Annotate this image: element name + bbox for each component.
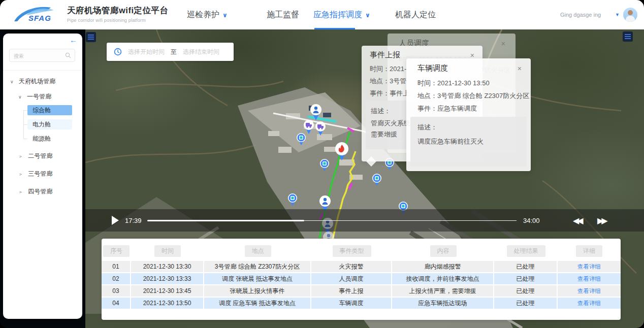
cell-event-type: 车辆调度: [311, 298, 392, 309]
table-row: 04 2021-12-30 13:50 调度 应急车辆 抵达事发地点 车辆调度 …: [102, 298, 621, 309]
view-detail-link[interactable]: 查看详细: [558, 273, 621, 284]
playback-timeline: 17:39 34:00 ◀◀ ▶▶: [85, 209, 644, 232]
tree-connector: [23, 110, 27, 111]
tree-node-corridor-1[interactable]: ∨ 一号管廊: [18, 92, 51, 101]
cell-index: 01: [102, 261, 131, 272]
cell-event-type: 事件上报: [311, 285, 392, 297]
sidebar: ← ∨ 天府机场管廊 ∨ 一号管廊 综合舱 电力舱 能源舱 ＞ 二号管廊: [3, 34, 82, 319]
nav-emergency-dispatch[interactable]: 应急指挥调度∨: [313, 10, 370, 20]
divider: [3, 70, 82, 71]
close-icon[interactable]: ×: [501, 40, 505, 48]
cell-index: 03: [102, 285, 131, 297]
cell-content: 接收调度，并前往事发地点: [392, 273, 494, 284]
chevron-down-icon: ∨: [10, 79, 14, 84]
platform-subtitle: Pipe corridor wifi positioning platform: [67, 18, 169, 23]
table-row: 03 2021-12-30 13:45 张晓晨上报火情事件 事件上报 上报火情严…: [102, 285, 621, 297]
cell-time: 2021-12-30 13:30: [131, 261, 204, 272]
view-detail-link[interactable]: 查看详细: [558, 261, 621, 272]
nav-construction[interactable]: 施工监督: [267, 10, 299, 20]
total-time: 34:00: [523, 217, 540, 224]
nav-inspection[interactable]: 巡检养护∨: [187, 10, 228, 20]
search-icon: [65, 52, 71, 58]
tree-node-root[interactable]: ∨ 天府机场管廊: [10, 77, 55, 86]
cell-result: 已处理: [494, 273, 558, 284]
user-name[interactable]: Ging dgasge ing: [560, 12, 601, 18]
popup-event: 事件：事件上: [370, 89, 409, 98]
cell-content: 上报火情严重，需要增援: [392, 285, 494, 297]
time-separator: 至: [171, 48, 177, 56]
cell-content: 应急车辆抵达现场: [392, 298, 494, 309]
chevron-down-icon: ∨: [18, 94, 22, 100]
header: SFAG 天府机场管廊wifi定位平台 Pipe corridor wifi p…: [0, 0, 644, 29]
map-layers-button[interactable]: [86, 32, 96, 42]
cell-time: 2021-12-30 13:45: [131, 285, 204, 297]
table-row: 01 2021-12-30 13:30 3号管廊 综合舱 Z2307防火分区 火…: [102, 261, 621, 272]
user-dropdown-caret-icon[interactable]: ▼: [615, 12, 620, 17]
nav-robot-positioning[interactable]: 机器人定位: [395, 10, 436, 20]
cell-result: 已处理: [494, 298, 558, 309]
timeline-progress: [147, 220, 304, 221]
chevron-down-icon: ∨: [365, 12, 370, 19]
rewind-button[interactable]: ◀◀: [573, 216, 582, 225]
map-layers-button-right[interactable]: [623, 31, 633, 42]
description-label: 描述：: [371, 107, 391, 116]
table-header-row: 序号 时间 地点 事件类型 内容 处理结果 详细: [102, 245, 621, 257]
description-line: 管廊灭火系统: [371, 119, 410, 128]
col-header-location: 地点: [245, 245, 271, 257]
active-nav-underline: [314, 28, 355, 29]
cell-index: 04: [102, 298, 131, 309]
time-range-picker[interactable]: 选择开始时间 至 选择结束时间: [107, 43, 234, 61]
col-header-detail: 详细: [576, 245, 602, 257]
events-table-panel: 序号 时间 地点 事件类型 内容 处理结果 详细 01 2021-12-30 1…: [102, 239, 621, 320]
view-detail-link[interactable]: 查看详细: [558, 298, 621, 309]
timeline-remaining: [304, 220, 517, 221]
play-button[interactable]: [112, 216, 119, 225]
popup-vehicle-dispatch: 车辆调度 × 时间：2021-12-30 13:50 地点：3号管廊 综合舱 Z…: [406, 58, 531, 171]
current-time: 17:39: [125, 217, 142, 224]
col-header-index: 序号: [103, 245, 130, 257]
tree-leaf-integrated-cabin[interactable]: 综合舱: [27, 105, 72, 115]
col-header-content: 内容: [430, 245, 457, 257]
close-icon[interactable]: ×: [518, 64, 522, 73]
cell-time: 2021-12-30 13:50: [131, 298, 204, 309]
fast-forward-button[interactable]: ▶▶: [597, 216, 606, 225]
cell-result: 已处理: [494, 261, 558, 272]
cell-index: 02: [102, 273, 131, 284]
svg-text:SFAG: SFAG: [28, 14, 51, 22]
cell-content: 廊内烟感报警: [392, 261, 494, 272]
view-detail-link[interactable]: 查看详细: [558, 285, 621, 297]
timeline-track[interactable]: [147, 220, 517, 221]
chevron-down-icon: ∨: [222, 12, 228, 19]
tree-node-corridor-3[interactable]: ＞ 三号管廊: [18, 170, 52, 178]
tree-node-corridor-4[interactable]: ＞ 四号管廊: [18, 187, 52, 196]
cell-event-type: 人员调度: [311, 273, 392, 284]
brand: 天府机场管廊wifi定位平台 Pipe corridor wifi positi…: [67, 5, 169, 23]
tree-connector: [23, 139, 27, 139]
description-label: 描述：: [417, 123, 437, 132]
tree-node-corridor-2[interactable]: ＞ 二号管廊: [18, 152, 52, 160]
popup-event: 事件：应急车辆调度: [417, 104, 477, 113]
popup-location: 地点：3号管廊 综合舱 Z2307防火分区: [417, 91, 529, 101]
user-avatar[interactable]: [623, 8, 637, 22]
cell-location: 调度 张晓晨 抵达事发地点: [204, 273, 311, 284]
chevron-right-icon: ＞: [18, 154, 23, 159]
tree-leaf-power-cabin[interactable]: 电力舱: [27, 119, 72, 129]
description-line: 需要增援: [371, 130, 397, 139]
end-time-placeholder[interactable]: 选择结束时间: [183, 48, 219, 56]
col-header-time: 时间: [154, 245, 181, 257]
popup-location: 地点：3号管: [370, 77, 406, 86]
cell-location: 3号管廊 综合舱 Z2307防火分区: [204, 261, 311, 272]
start-time-placeholder[interactable]: 选择开始时间: [128, 48, 165, 56]
app-window: SFAG 天府机场管廊wifi定位平台 Pipe corridor wifi p…: [0, 0, 644, 328]
tree-leaf-energy-cabin[interactable]: 能源舱: [27, 134, 72, 144]
clock-icon: [114, 48, 122, 56]
satellite-map[interactable]: 选择开始时间 至 选择结束时间 人员调度 × 时间：2021-12-30 13:…: [85, 29, 644, 328]
popup-title: 事件上报: [370, 50, 400, 60]
col-header-event-type: 事件类型: [333, 245, 371, 257]
search-input[interactable]: [10, 49, 66, 62]
popup-title: 车辆调度: [417, 63, 448, 73]
col-header-result: 处理结果: [507, 245, 545, 257]
table-row: 02 2021-12-30 13:33 调度 张晓晨 抵达事发地点 人员调度 接…: [102, 273, 621, 284]
collapse-sidebar-icon[interactable]: ←: [70, 36, 77, 44]
description-line: 调度应急车辆前往灭火: [417, 137, 484, 146]
